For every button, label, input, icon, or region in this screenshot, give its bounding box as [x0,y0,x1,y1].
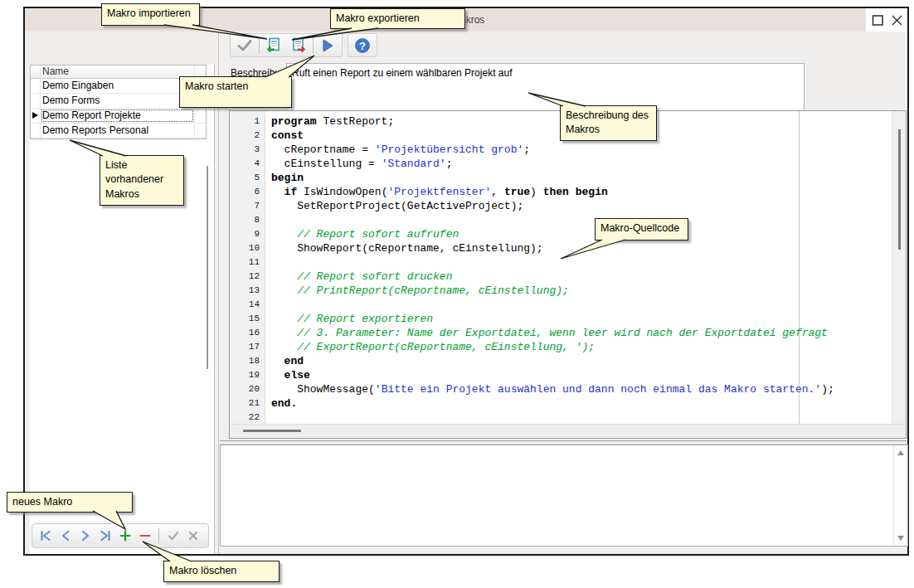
cancel-edit-button[interactable] [185,527,201,544]
code-text: // Report sofort drucken [265,270,452,284]
next-record-button[interactable] [77,527,93,544]
code-line: 11 [230,255,906,270]
callout-delete: Makro löschen [163,561,280,582]
code-line: 4 cEinstellung = 'Standard'; [230,157,906,171]
callout-description: Beschreibung des Makros [560,105,657,141]
panel-splitter[interactable] [218,32,219,554]
code-text: // Report sofort aufrufen [265,227,459,241]
code-line: 5begin [230,171,906,185]
prior-record-button[interactable] [57,527,73,544]
code-line: 19 else [230,368,906,382]
macro-editor-window: Makros Name Demo EingabenDemo FormsDe [23,7,909,556]
callout-source: Makro-Quellcode [595,218,688,241]
line-number: 3 [230,143,265,157]
navigator-separator [158,528,159,543]
svg-text:?: ? [359,39,366,51]
editor-vertical-scrollbar[interactable] [892,111,906,424]
export-macro-button[interactable] [288,36,309,56]
code-line: 18 end [230,354,906,368]
macro-source-editor[interactable]: 1program TestReport;2const3 cReportname … [229,110,907,439]
line-number: 12 [230,270,265,284]
macro-name-cell[interactable]: Demo Eingaben [41,79,194,93]
toolbar-group-main [230,33,343,57]
row-indicator [31,79,41,93]
next-record-icon [79,529,92,542]
scroll-down-icon[interactable] [897,536,904,541]
code-text: cEinstellung = 'Standard'; [265,157,452,171]
run-macro-button[interactable] [317,36,338,56]
import-macro-button[interactable] [263,36,284,56]
row-indicator [31,124,41,138]
editor-horizontal-scrollbar[interactable] [230,424,906,438]
name-column-header[interactable]: Name [41,66,194,78]
macro-name-cell[interactable]: Demo Report Projekte [41,109,194,123]
line-number: 22 [230,411,265,425]
window-controls [866,8,907,32]
code-line: 20 ShowMessage('Bitte ein Projekt auswäh… [230,382,906,396]
cross-icon [187,529,200,542]
code-text: cReportname = 'Projektübersicht grob'; [265,143,530,157]
post-edit-button[interactable] [165,527,181,544]
callout-export: Makro exportieren [330,8,465,29]
db-navigator [32,523,209,548]
code-line: 7 SetReportProject(GetActiveProject); [230,199,906,213]
code-line: 17 // ExportReport(cReportname, cEinstel… [230,340,906,354]
code-line: 10 ShowReport(cReportname, cEinstellung)… [230,241,906,255]
macro-name-cell[interactable]: Demo Forms [41,94,194,108]
last-record-icon [99,529,112,542]
line-number: 7 [230,199,265,213]
callout-list: Liste vorhandener Makros [100,155,184,206]
line-number: 1 [230,114,265,129]
code-line: 3 cReportname = 'Projektübersicht grob'; [230,143,906,157]
check-icon [167,529,180,542]
code-text: program TestReport; [265,114,394,129]
code-line: 22 [230,411,906,425]
code-text: ShowReport(cReportname, cEinstellung); [265,241,543,255]
toolbar-group-help: ? [348,33,377,57]
macro-name-cell[interactable]: Demo Reports Personal [41,124,194,138]
line-number: 15 [230,312,265,326]
first-record-button[interactable] [37,527,53,544]
macro-toolbar: ? [230,33,377,57]
code-text: end. [265,396,297,411]
code-line: 14 [230,298,906,312]
extra-cell [194,109,206,123]
selected-row-indicator [31,109,41,123]
prior-record-icon [59,529,72,542]
list-item[interactable]: Demo Report Projekte [31,109,206,124]
minus-icon [139,529,152,542]
export-icon [290,37,307,53]
callout-import: Makro importieren [101,3,200,26]
new-macro-button[interactable] [117,527,133,544]
line-number: 10 [230,241,265,255]
code-text: begin [265,171,304,185]
delete-macro-button[interactable] [137,527,153,544]
output-panel[interactable] [220,445,908,547]
last-record-button[interactable] [97,527,113,544]
screenshot-page: Makros Name Demo EingabenDemo FormsDe [0,0,914,588]
import-icon [265,37,282,53]
close-button[interactable] [891,14,903,27]
current-record-arrow-icon [32,112,38,119]
code-line: 8 [230,213,906,227]
code-text: // Report exportieren [265,312,433,326]
help-icon: ? [354,37,371,54]
description-field[interactable]: Ruft einen Report zu einem wählbaren Pro… [286,63,805,113]
maximize-icon [872,14,884,27]
code-text: // 3. Parameter: Name der Exportdatei, w… [265,326,828,340]
scroll-up-icon[interactable] [897,450,904,455]
indicator-column-header [31,66,41,78]
list-item[interactable]: Demo Reports Personal [31,124,206,138]
code-text [265,411,271,425]
output-scrollbar[interactable] [893,445,907,546]
confirm-button[interactable] [234,36,255,56]
line-number: 20 [230,382,265,396]
line-number: 17 [230,340,265,354]
close-icon [891,14,903,27]
code-line: 9 // Report sofort aufrufen [230,227,906,241]
toolbar-separator [259,37,260,54]
maximize-button[interactable] [872,14,884,27]
help-button[interactable]: ? [352,36,373,56]
callout-start: Makro starten [179,76,292,108]
list-scrollbar[interactable] [207,166,208,369]
